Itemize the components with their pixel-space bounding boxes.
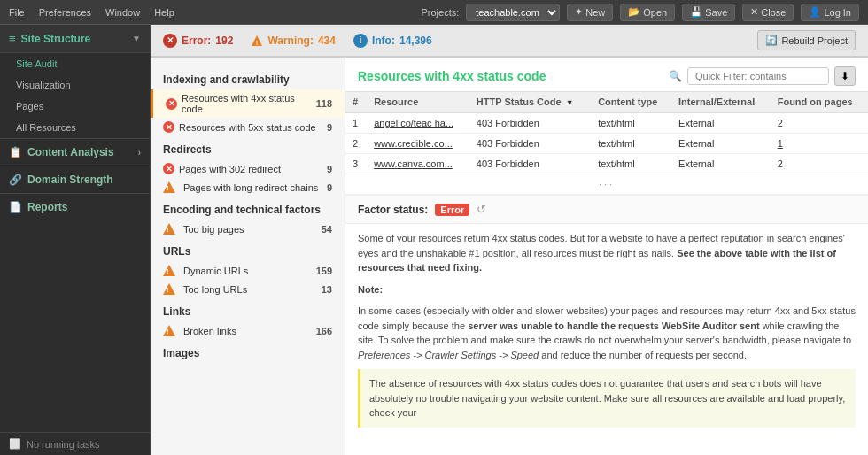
row3-resource[interactable]: www.canva.com... bbox=[367, 154, 469, 174]
sidebar-item-all-resources[interactable]: All Resources bbox=[0, 117, 150, 138]
section-redirects: Redirects bbox=[151, 136, 345, 159]
row3-num: 3 bbox=[345, 154, 367, 174]
stats-bar: ✕ Error: 192 ! Warning: 434 i Info: 14,3… bbox=[151, 25, 868, 58]
sidebar-reports[interactable]: 📄 Reports bbox=[0, 193, 150, 220]
menu-window[interactable]: Window bbox=[105, 7, 140, 18]
rebuild-button[interactable]: 🔄 Rebuild Project bbox=[757, 30, 856, 50]
warning-icon-dynamic bbox=[163, 265, 175, 276]
main-layout: ≡ Site Structure ▼ Site Audit Visualizat… bbox=[0, 25, 868, 455]
row2-content-type: text/html bbox=[591, 134, 671, 154]
row1-num: 1 bbox=[345, 112, 367, 134]
sidebar-domain-strength[interactable]: 🔗 Domain Strength bbox=[0, 166, 150, 193]
row3-status: 403 Forbidden bbox=[469, 154, 591, 174]
row2-resource[interactable]: www.credible.co... bbox=[367, 134, 469, 154]
table-row: 2 www.credible.co... 403 Forbidden text/… bbox=[345, 134, 868, 154]
row3-found-on[interactable]: 2 bbox=[771, 154, 868, 174]
section-indexing: Indexing and crawlability bbox=[151, 66, 345, 89]
warning-icon-big bbox=[163, 223, 175, 235]
detail-panel: Resources with 4xx status code 🔍 ⬇ # Res… bbox=[345, 58, 868, 455]
row1-found-on[interactable]: 2 bbox=[771, 112, 868, 134]
note-bold: server was unable to handle the requests… bbox=[468, 320, 759, 331]
issue-big-pages[interactable]: Too big pages 54 bbox=[151, 220, 345, 238]
issues-panel: Indexing and crawlability ✕ Resources wi… bbox=[151, 58, 345, 455]
detail-header: Resources with 4xx status code 🔍 ⬇ bbox=[345, 58, 868, 92]
sidebar-content-analysis[interactable]: 📋 Content Analysis › bbox=[0, 138, 150, 166]
error-icon: ✕ bbox=[163, 34, 177, 48]
filter-bar: 🔍 ⬇ bbox=[669, 66, 856, 86]
menu-file[interactable]: File bbox=[9, 7, 25, 18]
filter-input[interactable] bbox=[687, 67, 829, 85]
sidebar-item-pages[interactable]: Pages bbox=[0, 96, 150, 117]
error-badge: ✕ Error: 192 bbox=[163, 34, 233, 48]
menu-bar: File Preferences Window Help bbox=[9, 7, 174, 18]
new-icon: ✦ bbox=[575, 6, 583, 18]
note-label: Note: bbox=[358, 284, 383, 295]
section-urls: URLs bbox=[151, 238, 345, 261]
menu-preferences[interactable]: Preferences bbox=[39, 7, 91, 18]
row2-found-on[interactable]: 1 bbox=[771, 134, 868, 154]
col-content-type: Content type bbox=[591, 92, 671, 112]
sort-icon: ▼ bbox=[566, 98, 574, 107]
issue-long-urls[interactable]: Too long URLs 13 bbox=[151, 280, 345, 298]
title-bar: File Preferences Window Help Projects: t… bbox=[0, 0, 868, 25]
save-button[interactable]: 💾 Save bbox=[682, 4, 735, 21]
sidebar-site-structure[interactable]: ≡ Site Structure ▼ bbox=[0, 25, 150, 53]
factor-status-label: Factor status: bbox=[358, 204, 428, 216]
issue-302[interactable]: ✕ Pages with 302 redirect 9 bbox=[151, 159, 345, 178]
download-button[interactable]: ⬇ bbox=[834, 66, 856, 86]
tasks-icon: ⬜ bbox=[9, 438, 21, 450]
warning-icon-long bbox=[163, 283, 175, 295]
table-header-row: # Resource HTTP Status Code ▼ Content ty… bbox=[345, 92, 868, 112]
close-button[interactable]: ✕ Close bbox=[742, 4, 794, 21]
description-text: Some of your resources return 4xx status… bbox=[358, 231, 856, 275]
row2-num: 2 bbox=[345, 134, 367, 154]
user-icon: 👤 bbox=[809, 6, 821, 18]
col-internal-external: Internal/External bbox=[671, 92, 771, 112]
col-http-status[interactable]: HTTP Status Code ▼ bbox=[469, 92, 591, 112]
menu-help[interactable]: Help bbox=[154, 7, 174, 18]
row2-internal-external: External bbox=[671, 134, 771, 154]
issue-broken-links[interactable]: Broken links 166 bbox=[151, 321, 345, 340]
content-area: ✕ Error: 192 ! Warning: 434 i Info: 14,3… bbox=[151, 25, 868, 455]
col-num: # bbox=[345, 92, 367, 112]
note-text: Note: bbox=[358, 282, 856, 297]
sidebar-item-visualization[interactable]: Visualization bbox=[0, 74, 150, 96]
title-bar-right: Projects: teachable.com ✦ New 📂 Open 💾 S… bbox=[421, 4, 859, 21]
sidebar: ≡ Site Structure ▼ Site Audit Visualizat… bbox=[0, 25, 151, 455]
section-links: Links bbox=[151, 298, 345, 321]
refresh-icon[interactable]: ↺ bbox=[477, 203, 486, 216]
sidebar-item-site-audit[interactable]: Site Audit bbox=[0, 53, 150, 74]
projects-select[interactable]: teachable.com bbox=[466, 4, 560, 21]
table-container: # Resource HTTP Status Code ▼ Content ty… bbox=[345, 92, 868, 195]
issue-dynamic-urls[interactable]: Dynamic URLs 159 bbox=[151, 261, 345, 280]
section-images: Images bbox=[151, 340, 345, 363]
info-badge: i Info: 14,396 bbox=[353, 34, 432, 48]
row1-resource[interactable]: angel.co/teac ha... bbox=[367, 112, 469, 134]
domain-strength-icon: 🔗 bbox=[9, 174, 22, 186]
warning-icon: ! bbox=[251, 35, 263, 47]
close-icon: ✕ bbox=[750, 6, 758, 18]
error-icon-302: ✕ bbox=[163, 163, 174, 174]
two-panel: Indexing and crawlability ✕ Resources wi… bbox=[151, 58, 868, 455]
new-button[interactable]: ✦ New bbox=[567, 4, 613, 21]
factor-status-bar: Factor status: Error ↺ bbox=[345, 195, 868, 224]
row1-status: 403 Forbidden bbox=[469, 112, 591, 134]
projects-label: Projects: bbox=[421, 7, 459, 18]
detail-title: Resources with 4xx status code bbox=[358, 69, 546, 83]
rebuild-icon: 🔄 bbox=[765, 35, 778, 46]
factor-error-badge: Error bbox=[435, 204, 469, 216]
open-button[interactable]: 📂 Open bbox=[620, 4, 675, 21]
error-icon-4xx: ✕ bbox=[166, 98, 177, 110]
note-body: In some cases (especially with older and… bbox=[358, 304, 856, 362]
issue-4xx[interactable]: ✕ Resources with 4xx status code 118 bbox=[151, 89, 345, 118]
open-icon: 📂 bbox=[628, 6, 640, 18]
row3-content-type: text/html bbox=[591, 154, 671, 174]
table-row: 3 www.canva.com... 403 Forbidden text/ht… bbox=[345, 154, 868, 174]
no-running-tasks: ⬜ No running tasks bbox=[0, 432, 150, 455]
svg-text:!: ! bbox=[256, 39, 259, 47]
issue-5xx[interactable]: ✕ Resources with 5xx status code 9 bbox=[151, 118, 345, 136]
chevron-right-icon: › bbox=[138, 148, 141, 158]
row1-content-type: text/html bbox=[591, 112, 671, 134]
issue-redirect-chains[interactable]: Pages with long redirect chains 9 bbox=[151, 178, 345, 197]
login-button[interactable]: 👤 Log In bbox=[801, 4, 859, 21]
